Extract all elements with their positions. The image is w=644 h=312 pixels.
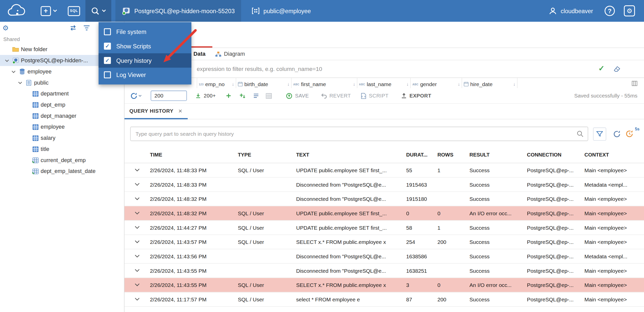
tree-item-title[interactable]: title <box>0 144 124 155</box>
folder-icon <box>11 47 20 52</box>
grid-column-header-first-name[interactable]: ABCfirst_name↓ <box>292 78 357 88</box>
cell-context: Main <employee> <box>582 167 644 173</box>
row-expander-icon[interactable] <box>124 197 148 201</box>
navigator-settings-gear-icon[interactable]: ⚙ <box>3 25 9 32</box>
tree-item-dept-manager[interactable]: dept_manager <box>0 110 124 122</box>
grid-column-header-gender[interactable]: ABCgender↓ <box>411 78 462 88</box>
row-expander-icon[interactable] <box>124 268 148 272</box>
add-row-button[interactable] <box>226 93 232 99</box>
filter-input[interactable] <box>124 60 644 77</box>
tree-expander-icon[interactable] <box>16 81 25 84</box>
apply-filter-check-icon[interactable]: ✓ <box>598 64 604 73</box>
tree-expander-icon[interactable] <box>3 59 12 62</box>
tools-menu-item-query-history[interactable]: ✓Query history <box>99 53 191 68</box>
row-expander-icon[interactable] <box>124 211 148 215</box>
new-connection-button[interactable]: + <box>35 0 62 22</box>
export-button[interactable]: EXPORT <box>401 93 431 99</box>
user-menu-button[interactable]: cloudbeaver <box>546 6 596 16</box>
delete-row-button[interactable] <box>253 93 259 99</box>
tree-expander-icon[interactable] <box>9 70 18 73</box>
fetch-more-button[interactable]: 200+ <box>195 93 216 99</box>
sync-connection-icon[interactable] <box>69 25 77 31</box>
collapse-all-icon[interactable] <box>83 25 90 31</box>
close-icon[interactable]: × <box>178 108 182 114</box>
cell-time: 2/26/2024, 11:43:57 PM <box>148 239 236 245</box>
script-button[interactable]: SCRIPT <box>361 92 389 99</box>
tab-diagram[interactable]: Diagram <box>211 48 249 60</box>
sort-descending-icon[interactable]: ↓ <box>458 82 460 86</box>
column-header-rows[interactable]: ROWS <box>435 152 467 158</box>
row-expander-icon[interactable] <box>124 182 148 186</box>
grid-column-header-hire-date[interactable]: hire_date↓ <box>462 78 517 88</box>
column-header-type[interactable]: TYPE <box>235 152 294 158</box>
tree-item-current-dept-emp[interactable]: current_dept_emp <box>0 154 124 166</box>
query-history-row[interactable]: 2/26/2024, 11:44:27 PMSQL / UserUPDATE p… <box>124 221 644 235</box>
query-history-row[interactable]: 2/26/2024, 11:43:55 PMSQL / UserSELECT x… <box>124 278 644 292</box>
sort-descending-icon[interactable]: ↓ <box>353 82 355 86</box>
checkbox-checked-icon[interactable]: ✓ <box>104 57 111 64</box>
settings-button[interactable]: ⚙ <box>624 5 635 16</box>
query-history-row[interactable]: 2/26/2024, 11:43:56 PMDisconnected from … <box>124 249 644 264</box>
query-history-row[interactable]: 2/26/2024, 11:48:33 PMDisconnected from … <box>124 178 644 192</box>
cell-duration: 87 <box>404 296 435 302</box>
auto-refresh-button[interactable]: 5s <box>625 130 634 138</box>
tree-item-department[interactable]: department <box>0 88 124 99</box>
help-button[interactable]: ? <box>604 6 615 16</box>
query-history-row[interactable]: 2/26/2024, 11:43:57 PMSQL / UserSELECT x… <box>124 235 644 249</box>
row-expander-icon[interactable] <box>124 168 148 172</box>
column-menu-icon[interactable] <box>632 80 637 88</box>
grid-options-button[interactable] <box>266 93 272 99</box>
checkbox-unchecked-icon[interactable] <box>104 71 111 79</box>
sort-descending-icon[interactable]: ↓ <box>406 82 409 86</box>
tools-menu-item-file-system[interactable]: File system <box>99 25 191 39</box>
checkbox-unchecked-icon[interactable] <box>104 28 111 35</box>
grid-column-header-birth-date[interactable]: birth_date↓ <box>236 78 292 88</box>
query-history-row[interactable]: 2/26/2024, 11:17:57 PMSQL / Userselect *… <box>124 292 644 307</box>
checkbox-checked-icon[interactable]: ✓ <box>104 43 111 50</box>
query-history-row[interactable]: 2/26/2024, 11:48:33 PMSQL / UserUPDATE p… <box>124 163 644 178</box>
grid-column-header-emp-no[interactable]: 123emp_no↓ <box>197 78 236 88</box>
connection-selector[interactable]: PostgreSQL@ep-hidden-moon-55203 <box>115 0 241 22</box>
save-button[interactable]: SAVE <box>286 92 309 99</box>
query-history-row[interactable]: 2/26/2024, 11:43:55 PMDisconnected from … <box>124 264 644 278</box>
refresh-results-button[interactable] <box>130 92 142 99</box>
tree-item-dept-emp-latest-date[interactable]: dept_emp_latest_date <box>0 166 124 177</box>
tree-item-dept-emp[interactable]: dept_emp <box>0 99 124 110</box>
row-expander-icon[interactable] <box>124 254 148 258</box>
column-header-durat[interactable]: DURAT... <box>404 152 435 158</box>
fetch-size-input[interactable] <box>151 91 187 101</box>
revert-button[interactable]: REVERT <box>320 93 351 99</box>
cell-result: An I/O error occ... <box>467 282 525 288</box>
column-header-time[interactable]: TIME <box>148 152 236 158</box>
tools-menu-button[interactable] <box>85 0 111 22</box>
tab-data[interactable]: Data <box>189 48 210 60</box>
duplicate-row-button[interactable] <box>239 93 246 99</box>
tools-menu-item-log-viewer[interactable]: Log Viewer <box>99 68 191 82</box>
row-expander-icon[interactable] <box>124 240 148 244</box>
column-header-text[interactable]: TEXT <box>294 152 404 158</box>
query-history-search-input[interactable] <box>131 127 588 141</box>
sql-editor-button[interactable]: SQL <box>62 0 85 22</box>
tab-query-history[interactable]: QUERY HISTORY × <box>124 104 188 120</box>
column-header-connection[interactable]: CONNECTION <box>525 152 582 158</box>
refresh-history-button[interactable] <box>613 130 621 138</box>
column-header-context[interactable]: CONTEXT <box>582 152 644 158</box>
filter-history-button[interactable] <box>593 127 606 141</box>
sort-descending-icon[interactable]: ↓ <box>287 82 290 86</box>
row-expander-icon[interactable] <box>124 225 148 229</box>
cloudbeaver-logo-icon[interactable] <box>0 0 35 22</box>
cell-connection: PostgreSQL@ep-... <box>525 267 582 274</box>
column-header-result[interactable]: RESULT <box>467 152 525 158</box>
tree-item-employee[interactable]: employee <box>0 121 124 132</box>
query-history-row[interactable]: 2/26/2024, 11:48:32 PMDisconnected from … <box>124 192 644 206</box>
clear-filter-eraser-icon[interactable] <box>613 65 621 72</box>
sort-descending-icon[interactable]: ↓ <box>232 82 234 86</box>
row-expander-icon[interactable] <box>124 297 148 301</box>
tools-menu-item-show-scripts[interactable]: ✓Show Scripts <box>99 39 191 53</box>
tree-item-salary[interactable]: salary <box>0 132 124 144</box>
row-expander-icon[interactable] <box>124 283 148 287</box>
schema-selector[interactable]: public@employee <box>245 0 317 22</box>
grid-column-header-last-name[interactable]: ABClast_name↓ <box>357 78 411 88</box>
sort-descending-icon[interactable]: ↓ <box>513 82 515 86</box>
query-history-row[interactable]: 2/26/2024, 11:48:32 PMSQL / UserUPDATE p… <box>124 206 644 221</box>
